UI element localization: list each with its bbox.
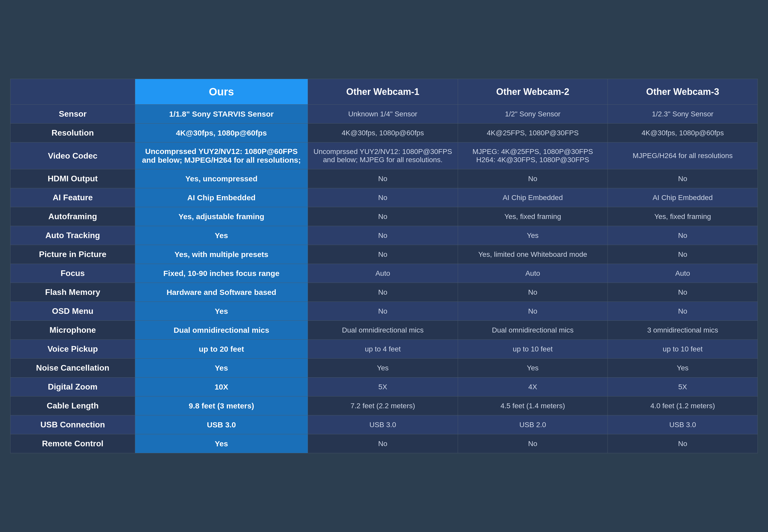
header-cam1-col: Other Webcam-1 xyxy=(308,79,458,105)
cam3-value: up to 10 feet xyxy=(608,340,758,359)
feature-label: OSD Menu xyxy=(10,302,135,321)
ours-value: Fixed, 10-90 inches focus range xyxy=(135,264,308,283)
cam2-value: Yes, limited one Whiteboard mode xyxy=(458,245,608,264)
cam1-value: No xyxy=(308,188,458,207)
feature-label: Noise Cancellation xyxy=(10,359,135,378)
cam1-value: No xyxy=(308,226,458,245)
header-row: Ours Other Webcam-1 Other Webcam-2 Other… xyxy=(10,79,758,105)
cam3-value: No xyxy=(608,169,758,188)
cam1-value: USB 3.0 xyxy=(308,415,458,434)
cam1-value: No xyxy=(308,434,458,453)
cam1-value: Unknown 1/4" Sensor xyxy=(308,105,458,124)
cam3-value: 3 omnidirectional mics xyxy=(608,321,758,340)
cam3-value: 4.0 feet (1.2 meters) xyxy=(608,396,758,415)
feature-label: Sensor xyxy=(10,105,135,124)
cam1-value: No xyxy=(308,302,458,321)
cam2-value: AI Chip Embedded xyxy=(458,188,608,207)
feature-label: Focus xyxy=(10,264,135,283)
cam3-value: Auto xyxy=(608,264,758,283)
cam2-value: up to 10 feet xyxy=(458,340,608,359)
cam1-value: Uncomprssed YUY2/NV12: 1080P@30FPS and b… xyxy=(308,142,458,169)
table-row: AutoframingYes, adjustable framingNoYes,… xyxy=(10,207,758,226)
ours-value: 1/1.8" Sony STARVIS Sensor xyxy=(135,105,308,124)
cam2-value: No xyxy=(458,434,608,453)
ours-value: Dual omnidirectional mics xyxy=(135,321,308,340)
ours-value: Yes xyxy=(135,226,308,245)
ours-value: 10X xyxy=(135,378,308,396)
feature-label: AI Feature xyxy=(10,188,135,207)
table-row: MicrophoneDual omnidirectional micsDual … xyxy=(10,321,758,340)
feature-label: Digital Zoom xyxy=(10,378,135,396)
ours-value: Hardware and Software based xyxy=(135,283,308,302)
header-ours-col: Ours xyxy=(135,79,308,105)
table-row: Voice Pickupup to 20 feetup to 4 feetup … xyxy=(10,340,758,359)
cam3-value: USB 3.0 xyxy=(608,415,758,434)
header-cam3-col: Other Webcam-3 xyxy=(608,79,758,105)
cam2-value: Auto xyxy=(458,264,608,283)
cam2-value: Yes xyxy=(458,359,608,378)
ours-value: Yes xyxy=(135,302,308,321)
cam3-value: No xyxy=(608,226,758,245)
cam3-value: 4K@30fps, 1080p@60fps xyxy=(608,124,758,142)
feature-label: Resolution xyxy=(10,124,135,142)
cam2-value: Dual omnidirectional mics xyxy=(458,321,608,340)
table-row: Auto TrackingYesNoYesNo xyxy=(10,226,758,245)
cam1-value: No xyxy=(308,169,458,188)
cam3-value: 1/2.3" Sony Sensor xyxy=(608,105,758,124)
ours-value: Uncomprssed YUY2/NV12: 1080P@60FPS and b… xyxy=(135,142,308,169)
feature-label: Flash Memory xyxy=(10,283,135,302)
cam2-value: Yes xyxy=(458,226,608,245)
ours-value: Yes, adjustable framing xyxy=(135,207,308,226)
feature-label: USB Connection xyxy=(10,415,135,434)
feature-label: HDMI Output xyxy=(10,169,135,188)
cam1-value: 4K@30fps, 1080p@60fps xyxy=(308,124,458,142)
header-cam2-col: Other Webcam-2 xyxy=(458,79,608,105)
cam1-value: Dual omnidirectional mics xyxy=(308,321,458,340)
cam2-value: No xyxy=(458,302,608,321)
cam1-value: Yes xyxy=(308,359,458,378)
ours-value: Yes, uncompressed xyxy=(135,169,308,188)
cam3-value: Yes, fixed framing xyxy=(608,207,758,226)
ours-value: AI Chip Embedded xyxy=(135,188,308,207)
cam2-value: 4X xyxy=(458,378,608,396)
cam1-value: No xyxy=(308,245,458,264)
table-row: Flash MemoryHardware and Software basedN… xyxy=(10,283,758,302)
cam1-value: No xyxy=(308,207,458,226)
cam2-value: 4K@25FPS, 1080P@30FPS xyxy=(458,124,608,142)
feature-label: Video Codec xyxy=(10,142,135,169)
feature-label: Cable Length xyxy=(10,396,135,415)
ours-value: 4K@30fps, 1080p@60fps xyxy=(135,124,308,142)
cam2-value: No xyxy=(458,169,608,188)
cam2-value: MJPEG: 4K@25FPS, 1080P@30FPS H264: 4K@30… xyxy=(458,142,608,169)
table-row: Digital Zoom10X5X4X5X xyxy=(10,378,758,396)
cam1-value: 5X xyxy=(308,378,458,396)
cam3-value: No xyxy=(608,245,758,264)
header-feature-col xyxy=(10,79,135,105)
ours-value: Yes xyxy=(135,434,308,453)
ours-value: 9.8 feet (3 meters) xyxy=(135,396,308,415)
cam1-value: 7.2 feet (2.2 meters) xyxy=(308,396,458,415)
feature-label: Voice Pickup xyxy=(10,340,135,359)
table-row: OSD MenuYesNoNoNo xyxy=(10,302,758,321)
table-row: Sensor1/1.8" Sony STARVIS SensorUnknown … xyxy=(10,105,758,124)
feature-label: Microphone xyxy=(10,321,135,340)
table-row: Resolution4K@30fps, 1080p@60fps4K@30fps,… xyxy=(10,124,758,142)
table-row: Video CodecUncomprssed YUY2/NV12: 1080P@… xyxy=(10,142,758,169)
cam2-value: 1/2" Sony Sensor xyxy=(458,105,608,124)
table-row: Remote ControlYesNoNoNo xyxy=(10,434,758,453)
feature-label: Remote Control xyxy=(10,434,135,453)
table-row: FocusFixed, 10-90 inches focus rangeAuto… xyxy=(10,264,758,283)
cam1-value: up to 4 feet xyxy=(308,340,458,359)
cam3-value: No xyxy=(608,434,758,453)
cam3-value: No xyxy=(608,283,758,302)
comparison-table: Ours Other Webcam-1 Other Webcam-2 Other… xyxy=(10,79,758,453)
ours-value: Yes, with multiple presets xyxy=(135,245,308,264)
cam2-value: USB 2.0 xyxy=(458,415,608,434)
ours-value: USB 3.0 xyxy=(135,415,308,434)
ours-value: Yes xyxy=(135,359,308,378)
table-row: USB ConnectionUSB 3.0USB 3.0USB 2.0USB 3… xyxy=(10,415,758,434)
cam2-value: No xyxy=(458,283,608,302)
feature-label: Auto Tracking xyxy=(10,226,135,245)
table-row: AI FeatureAI Chip EmbeddedNoAI Chip Embe… xyxy=(10,188,758,207)
cam2-value: Yes, fixed framing xyxy=(458,207,608,226)
